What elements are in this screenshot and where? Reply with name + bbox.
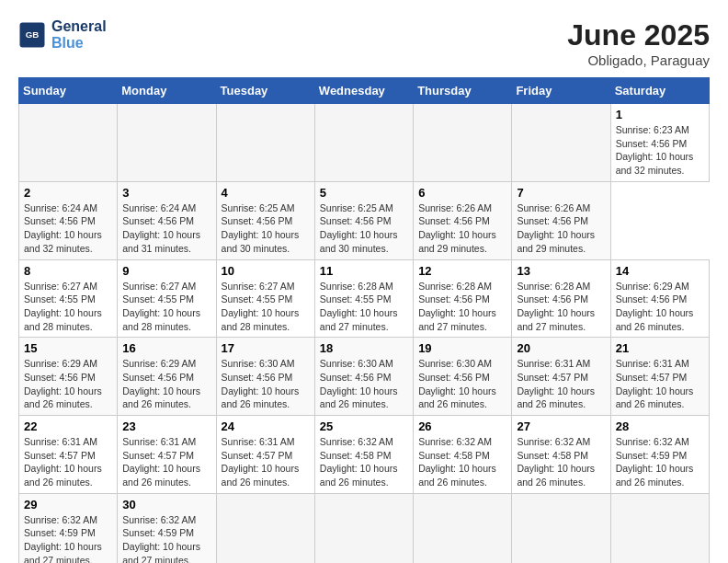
logo-text: General Blue	[51, 18, 107, 52]
day-cell-23: 23Sunrise: 6:31 AMSunset: 4:57 PMDayligh…	[118, 416, 216, 494]
week-row-2: 2Sunrise: 6:24 AMSunset: 4:56 PMDaylight…	[19, 181, 710, 259]
day-cell-19: 19Sunrise: 6:30 AMSunset: 4:56 PMDayligh…	[414, 338, 512, 416]
day-info: Sunrise: 6:31 AMSunset: 4:57 PMDaylight:…	[222, 435, 310, 489]
month-title: June 2025	[567, 18, 710, 52]
day-info: Sunrise: 6:32 AMSunset: 4:59 PMDaylight:…	[24, 513, 112, 563]
day-number: 13	[517, 264, 605, 278]
day-cell-25: 25Sunrise: 6:32 AMSunset: 4:58 PMDayligh…	[314, 416, 413, 494]
day-info: Sunrise: 6:31 AMSunset: 4:57 PMDaylight:…	[616, 357, 704, 411]
day-info: Sunrise: 6:23 AMSunset: 4:56 PMDaylight:…	[616, 123, 704, 178]
day-info: Sunrise: 6:30 AMSunset: 4:56 PMDaylight:…	[418, 357, 506, 411]
day-info: Sunrise: 6:29 AMSunset: 4:56 PMDaylight:…	[122, 357, 210, 411]
day-cell-9: 9Sunrise: 6:27 AMSunset: 4:55 PMDaylight…	[118, 259, 216, 338]
day-number: 4	[222, 186, 310, 200]
day-number: 18	[320, 341, 408, 355]
day-number: 20	[517, 341, 605, 355]
day-cell-27: 27Sunrise: 6:32 AMSunset: 4:58 PMDayligh…	[512, 416, 610, 494]
header-sunday: Sunday	[19, 78, 118, 104]
day-number: 22	[24, 419, 112, 433]
day-number: 5	[320, 186, 408, 200]
day-cell-1: 1Sunrise: 6:23 AMSunset: 4:56 PMDaylight…	[610, 104, 709, 182]
logo: GB General Blue	[18, 18, 107, 52]
day-cell-14: 14Sunrise: 6:29 AMSunset: 4:56 PMDayligh…	[610, 259, 709, 338]
day-info: Sunrise: 6:25 AMSunset: 4:56 PMDaylight:…	[320, 201, 408, 256]
day-info: Sunrise: 6:25 AMSunset: 4:56 PMDaylight:…	[222, 201, 310, 256]
header-friday: Friday	[512, 78, 610, 104]
day-number: 9	[122, 264, 210, 278]
day-cell-29: 29Sunrise: 6:32 AMSunset: 4:59 PMDayligh…	[19, 493, 118, 563]
day-cell-20: 20Sunrise: 6:31 AMSunset: 4:57 PMDayligh…	[512, 338, 610, 416]
page-header: GB General Blue June 2025 Obligado, Para…	[18, 18, 710, 68]
week-row-4: 15Sunrise: 6:29 AMSunset: 4:56 PMDayligh…	[19, 338, 710, 416]
week-row-6: 29Sunrise: 6:32 AMSunset: 4:59 PMDayligh…	[19, 493, 710, 563]
day-cell-5: 5Sunrise: 6:25 AMSunset: 4:56 PMDaylight…	[314, 181, 413, 259]
day-info: Sunrise: 6:31 AMSunset: 4:57 PMDaylight:…	[517, 357, 605, 411]
day-number: 23	[122, 419, 210, 433]
day-info: Sunrise: 6:27 AMSunset: 4:55 PMDaylight:…	[222, 280, 310, 334]
day-cell-6: 6Sunrise: 6:26 AMSunset: 4:56 PMDaylight…	[414, 181, 512, 259]
day-info: Sunrise: 6:30 AMSunset: 4:56 PMDaylight:…	[222, 357, 310, 411]
day-cell-7: 7Sunrise: 6:26 AMSunset: 4:56 PMDaylight…	[512, 181, 610, 259]
day-cell-2: 2Sunrise: 6:24 AMSunset: 4:56 PMDaylight…	[19, 181, 118, 259]
day-number: 26	[418, 419, 506, 433]
week-row-1: 1Sunrise: 6:23 AMSunset: 4:56 PMDaylight…	[19, 104, 710, 182]
day-info: Sunrise: 6:32 AMSunset: 4:58 PMDaylight:…	[320, 435, 408, 489]
day-number: 2	[24, 186, 112, 200]
day-cell-16: 16Sunrise: 6:29 AMSunset: 4:56 PMDayligh…	[118, 338, 216, 416]
empty-cell	[512, 104, 610, 182]
empty-cell	[512, 493, 610, 563]
empty-cell	[216, 493, 314, 563]
day-number: 24	[222, 419, 310, 433]
day-number: 17	[222, 341, 310, 355]
day-number: 15	[24, 341, 112, 355]
day-cell-26: 26Sunrise: 6:32 AMSunset: 4:58 PMDayligh…	[414, 416, 512, 494]
empty-cell	[19, 104, 118, 182]
day-number: 29	[24, 498, 112, 511]
day-number: 30	[122, 498, 210, 511]
day-info: Sunrise: 6:28 AMSunset: 4:55 PMDaylight:…	[320, 280, 408, 334]
day-cell-8: 8Sunrise: 6:27 AMSunset: 4:55 PMDaylight…	[19, 259, 118, 338]
day-info: Sunrise: 6:28 AMSunset: 4:56 PMDaylight:…	[418, 280, 506, 334]
day-cell-15: 15Sunrise: 6:29 AMSunset: 4:56 PMDayligh…	[19, 338, 118, 416]
svg-text:GB: GB	[26, 29, 40, 40]
day-number: 21	[616, 341, 704, 355]
day-number: 28	[616, 419, 704, 433]
day-cell-24: 24Sunrise: 6:31 AMSunset: 4:57 PMDayligh…	[216, 416, 314, 494]
day-cell-10: 10Sunrise: 6:27 AMSunset: 4:55 PMDayligh…	[216, 259, 314, 338]
empty-cell	[314, 104, 413, 182]
empty-cell	[414, 104, 512, 182]
day-number: 19	[418, 341, 506, 355]
day-number: 25	[320, 419, 408, 433]
day-number: 27	[517, 419, 605, 433]
day-info: Sunrise: 6:29 AMSunset: 4:56 PMDaylight:…	[616, 280, 704, 334]
header-thursday: Thursday	[414, 78, 512, 104]
empty-cell	[216, 104, 314, 182]
day-cell-28: 28Sunrise: 6:32 AMSunset: 4:59 PMDayligh…	[610, 416, 709, 494]
day-info: Sunrise: 6:32 AMSunset: 4:58 PMDaylight:…	[418, 435, 506, 489]
day-cell-12: 12Sunrise: 6:28 AMSunset: 4:56 PMDayligh…	[414, 259, 512, 338]
header-wednesday: Wednesday	[314, 78, 413, 104]
day-cell-18: 18Sunrise: 6:30 AMSunset: 4:56 PMDayligh…	[314, 338, 413, 416]
day-info: Sunrise: 6:24 AMSunset: 4:56 PMDaylight:…	[24, 201, 112, 256]
header-monday: Monday	[118, 78, 216, 104]
day-cell-4: 4Sunrise: 6:25 AMSunset: 4:56 PMDaylight…	[216, 181, 314, 259]
day-cell-21: 21Sunrise: 6:31 AMSunset: 4:57 PMDayligh…	[610, 338, 709, 416]
day-number: 7	[517, 186, 605, 200]
day-number: 11	[320, 264, 408, 278]
location: Obligado, Paraguay	[567, 52, 710, 68]
day-number: 12	[418, 264, 506, 278]
week-row-3: 8Sunrise: 6:27 AMSunset: 4:55 PMDaylight…	[19, 259, 710, 338]
week-row-5: 22Sunrise: 6:31 AMSunset: 4:57 PMDayligh…	[19, 416, 710, 494]
day-info: Sunrise: 6:26 AMSunset: 4:56 PMDaylight:…	[517, 201, 605, 256]
header-tuesday: Tuesday	[216, 78, 314, 104]
day-info: Sunrise: 6:32 AMSunset: 4:58 PMDaylight:…	[517, 435, 605, 489]
day-info: Sunrise: 6:32 AMSunset: 4:59 PMDaylight:…	[616, 435, 704, 489]
day-info: Sunrise: 6:30 AMSunset: 4:56 PMDaylight:…	[320, 357, 408, 411]
calendar-table: SundayMondayTuesdayWednesdayThursdayFrid…	[18, 77, 710, 563]
day-number: 8	[24, 264, 112, 278]
day-number: 1	[616, 108, 704, 121]
day-cell-13: 13Sunrise: 6:28 AMSunset: 4:56 PMDayligh…	[512, 259, 610, 338]
title-area: June 2025 Obligado, Paraguay	[567, 18, 710, 68]
day-number: 6	[418, 186, 506, 200]
empty-cell	[118, 104, 216, 182]
